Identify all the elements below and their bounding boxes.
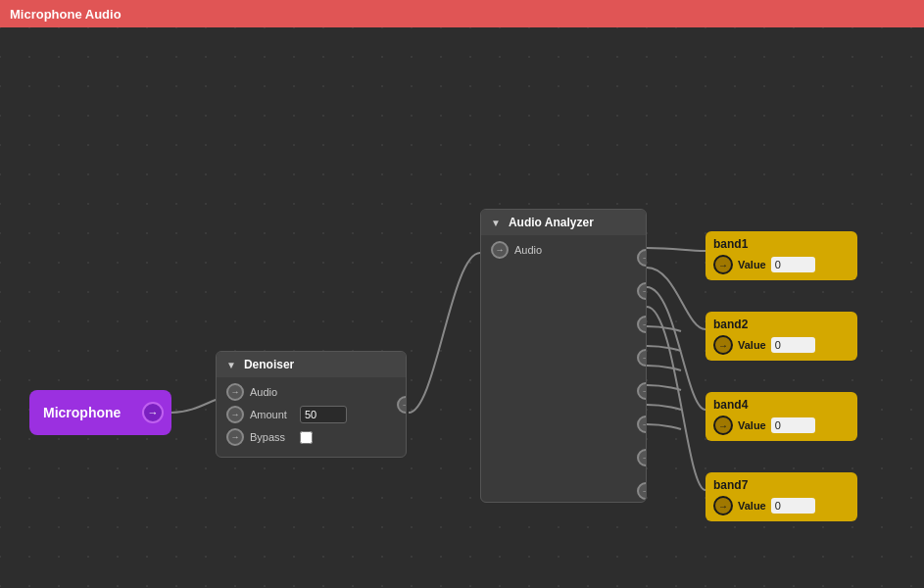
denoiser-bypass-label: Bypass — [250, 431, 294, 443]
band1-input-port[interactable]: → — [713, 255, 733, 274]
denoiser-node: ▼ Denoiser → Audio → Amount → Bypass — [216, 351, 407, 458]
analyzer-audio-label: Audio — [514, 244, 559, 256]
band4-value-label: Value — [738, 419, 766, 431]
band1-title: band1 — [713, 237, 848, 251]
denoiser-audio-label: Audio — [250, 386, 294, 398]
denoiser-header: ▼ Denoiser — [217, 352, 406, 377]
analyzer-out-port-3[interactable]: → — [637, 316, 647, 333]
band2-value-input[interactable] — [771, 337, 815, 353]
band2-title: band2 — [713, 318, 848, 331]
band1-value-label: Value — [738, 259, 766, 270]
wire-analyzer-band4 — [647, 287, 705, 410]
wire-extra2 — [647, 346, 681, 351]
denoiser-body: → Audio → Amount → Bypass — [217, 377, 406, 457]
band1-value-row: → Value — [713, 255, 848, 274]
canvas: Microphone → ▼ Denoiser → Audio → Amount… — [0, 27, 924, 588]
band4-input-port[interactable]: → — [713, 416, 733, 435]
analyzer-audio-row: → Audio — [491, 241, 636, 259]
band7-value-label: Value — [738, 500, 766, 512]
denoiser-bypass-row: → Bypass — [226, 428, 396, 446]
analyzer-out-port-7[interactable]: → — [637, 449, 647, 466]
wire-extra1 — [647, 326, 681, 331]
wire-analyzer-band2 — [647, 268, 705, 329]
denoiser-audio-input-port[interactable]: → — [226, 383, 244, 401]
analyzer-out-port-5[interactable]: → — [637, 382, 647, 400]
band2-value-row: → Value — [713, 335, 848, 355]
analyzer-header: ▼ Audio Analyzer — [481, 210, 646, 235]
band7-title: band7 — [713, 478, 848, 492]
analyzer-out-port-8[interactable]: → — [637, 482, 647, 500]
wire-analyzer-band7 — [647, 307, 705, 490]
wire-extra3 — [647, 366, 681, 370]
microphone-output-port[interactable]: → — [142, 402, 164, 423]
band7-input-port[interactable]: → — [713, 496, 733, 515]
analyzer-body: → Audio — [481, 235, 646, 270]
denoiser-title: Denoiser — [244, 358, 294, 371]
analyzer-out-port-6[interactable]: → — [637, 416, 647, 433]
band4-value-input[interactable] — [771, 417, 815, 433]
band2-value-label: Value — [738, 339, 766, 351]
band4-node: band4 → Value — [705, 392, 857, 441]
wire-analyzer-band1 — [647, 248, 705, 251]
band7-value-input[interactable] — [771, 498, 815, 514]
denoiser-output-port[interactable]: → — [397, 396, 407, 414]
denoiser-bypass-input-port[interactable]: → — [226, 428, 244, 446]
denoiser-audio-row: → Audio — [226, 383, 396, 401]
wire-extra4 — [647, 385, 681, 390]
denoiser-collapse-icon[interactable]: ▼ — [226, 360, 236, 370]
band7-value-row: → Value — [713, 496, 848, 515]
title-bar: Microphone Audio — [0, 0, 924, 27]
wire-denoiser-analyzer — [409, 253, 480, 413]
denoiser-amount-label: Amount — [250, 409, 294, 420]
wire-extra5 — [647, 405, 681, 410]
band1-node: band1 → Value — [705, 231, 857, 280]
band2-node: band2 → Value — [705, 312, 857, 361]
denoiser-amount-input[interactable] — [300, 406, 347, 423]
band4-title: band4 — [713, 398, 848, 412]
band4-value-row: → Value — [713, 416, 848, 435]
title-bar-text: Microphone Audio — [10, 7, 122, 22]
audio-analyzer-node: ▼ Audio Analyzer → Audio → → → → → → → → — [480, 209, 647, 503]
microphone-node: Microphone → — [29, 390, 171, 435]
analyzer-out-port-1[interactable]: → — [637, 249, 647, 267]
analyzer-output-ports: → → → → → → → → — [637, 249, 647, 500]
band2-input-port[interactable]: → — [713, 335, 733, 355]
analyzer-title: Audio Analyzer — [509, 216, 594, 229]
analyzer-collapse-icon[interactable]: ▼ — [491, 218, 501, 228]
microphone-label: Microphone — [43, 405, 121, 420]
denoiser-amount-input-port[interactable]: → — [226, 406, 244, 423]
band7-node: band7 → Value — [705, 472, 857, 521]
denoiser-amount-row: → Amount — [226, 406, 396, 423]
analyzer-audio-input-port[interactable]: → — [491, 241, 509, 259]
wire-extra6 — [647, 424, 681, 429]
analyzer-out-port-4[interactable]: → — [637, 349, 647, 367]
band1-value-input[interactable] — [771, 257, 815, 272]
analyzer-out-port-2[interactable]: → — [637, 282, 647, 300]
denoiser-bypass-checkbox[interactable] — [300, 431, 313, 444]
